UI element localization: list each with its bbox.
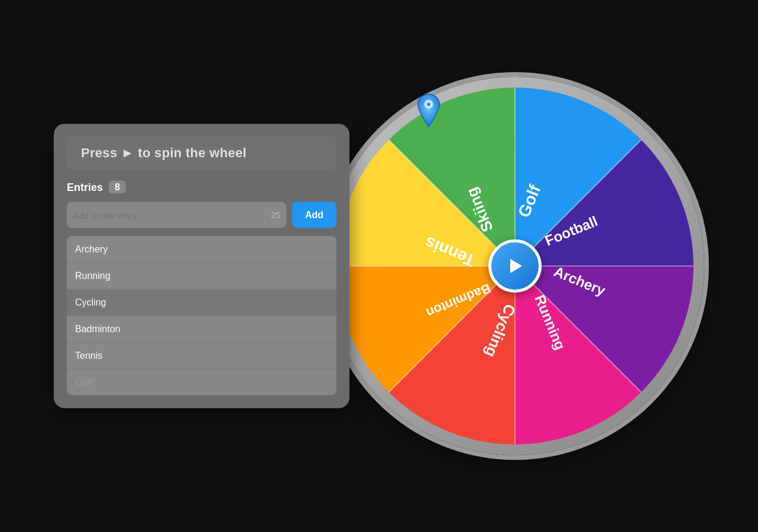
entries-header: Entries 8 xyxy=(67,181,336,194)
main-container: Press ► to spin the wheel Entries 8 25 A… xyxy=(54,30,704,502)
play-icon xyxy=(504,255,526,277)
pointer-pin-icon: ★ xyxy=(414,93,443,128)
entries-label: Entries xyxy=(67,181,103,193)
add-row: 25 Add xyxy=(67,202,336,228)
list-item[interactable]: Golf xyxy=(67,369,336,395)
list-item[interactable]: Badminton xyxy=(67,316,336,343)
wheel-area: ★ xyxy=(326,77,704,455)
svg-marker-10 xyxy=(510,259,522,273)
center-play-button[interactable] xyxy=(488,239,542,293)
spin-button[interactable]: Press ► to spin the wheel xyxy=(67,136,336,170)
char-count: 25 xyxy=(271,210,280,220)
wheel-pointer: ★ xyxy=(414,93,443,128)
spin-button-label: Press ► to spin the wheel xyxy=(81,145,247,160)
list-item[interactable]: Cycling xyxy=(67,290,336,316)
list-item[interactable]: Running xyxy=(67,263,336,290)
list-item[interactable]: Archery xyxy=(67,236,336,263)
svg-text:★: ★ xyxy=(426,100,432,108)
left-panel: Press ► to spin the wheel Entries 8 25 A… xyxy=(54,124,349,408)
add-entry-input[interactable] xyxy=(73,210,267,220)
entries-count: 8 xyxy=(109,181,126,194)
add-input-wrapper: 25 xyxy=(67,202,286,228)
entries-list[interactable]: Archery Running Cycling Badminton Tennis… xyxy=(67,236,336,395)
list-item[interactable]: Tennis xyxy=(67,343,336,369)
entries-section: Entries 8 25 Add Archery Running Cycling… xyxy=(67,181,336,395)
add-entry-button[interactable]: Add xyxy=(292,202,336,228)
wheel-outer: Golf Football Archery Running Cycling Ba… xyxy=(326,77,704,455)
